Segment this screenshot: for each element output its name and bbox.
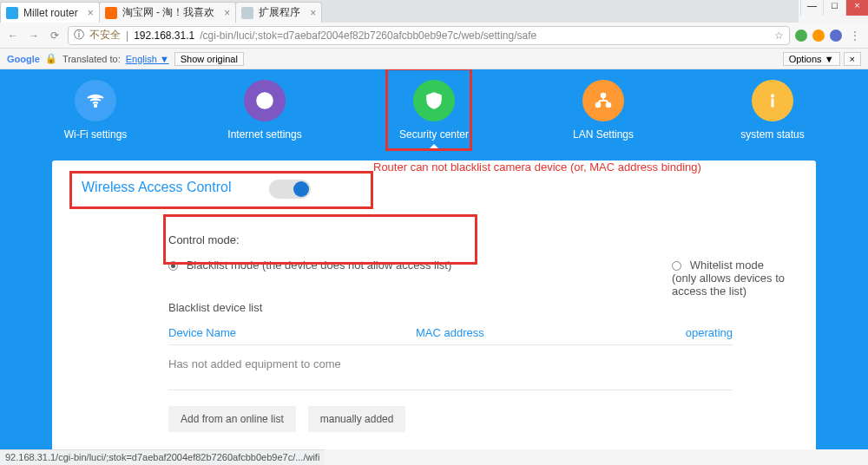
translate-bar: Google 🔒 Translated to: English ▼ Show o…	[0, 49, 868, 69]
status-bar: 92.168.31.1/cgi-bin/luci/;stok=d7aebaf20…	[0, 449, 325, 465]
section-title: Wireless Access Control	[82, 180, 232, 194]
close-icon[interactable]: ×	[224, 7, 230, 19]
col-device-name: Device Name	[168, 326, 416, 339]
info-icon	[752, 80, 793, 121]
shield-icon	[413, 80, 455, 121]
col-operating: operating	[663, 326, 733, 339]
svg-point-0	[95, 105, 96, 107]
browser-toolbar: ← → ⟳ ⓘ 不安全 | 192.168.31.1/cgi-bin/luci/…	[0, 23, 868, 49]
nav-system-status[interactable]: system status	[725, 75, 820, 160]
tab-label: Millet router	[23, 7, 78, 19]
empty-state: Has not added equipment to come	[168, 357, 733, 390]
nav-selected-indicator	[427, 144, 441, 151]
blacklist-radio[interactable]	[168, 261, 178, 271]
svg-point-2	[432, 98, 437, 102]
back-button[interactable]: ←	[5, 29, 21, 42]
bookmark-icon[interactable]: ☆	[774, 29, 784, 42]
lock-icon: 🔒	[45, 53, 57, 64]
translate-label: Translated to:	[62, 54, 121, 64]
whitelist-radio[interactable]	[672, 261, 681, 271]
show-original-button[interactable]: Show original	[174, 52, 244, 66]
table-header: Device Name MAC address operating	[168, 326, 733, 345]
nav-label: Internet settings	[217, 128, 312, 141]
close-icon[interactable]: ×	[88, 7, 94, 19]
globe-icon	[244, 80, 286, 121]
insecure-label: 不安全	[89, 28, 121, 43]
nav-label: system status	[725, 128, 820, 141]
translate-options-button[interactable]: Options ▼	[783, 52, 840, 66]
svg-point-4	[596, 103, 601, 108]
nav-lan-settings[interactable]: LAN Settings	[556, 75, 651, 160]
svg-point-3	[602, 94, 606, 98]
window-close[interactable]: ×	[845, 0, 868, 16]
svg-point-6	[771, 95, 773, 97]
nav-label: LAN Settings	[556, 128, 651, 141]
url-path: /cgi-bin/luci/;stok=d7aebaf2004ef82b7260…	[200, 29, 536, 42]
extension-icon[interactable]	[795, 29, 807, 42]
content-card: Router can not blacklist camera device (…	[52, 160, 816, 449]
menu-icon[interactable]: ⋮	[847, 29, 863, 42]
control-mode-label: Control mode:	[168, 233, 786, 246]
tab-label: 淘宝网 - 淘！我喜欢	[122, 5, 215, 20]
wifi-icon	[75, 80, 116, 121]
svg-point-5	[607, 103, 611, 108]
tab-millet-router[interactable]: Millet router ×	[0, 2, 100, 23]
google-logo: Google	[7, 54, 40, 64]
extension-icon[interactable]	[812, 29, 825, 42]
url-host: 192.168.31.1	[134, 29, 194, 42]
nav-security-center[interactable]: Security center	[386, 75, 482, 160]
svg-rect-7	[772, 99, 773, 107]
browser-tabbar: Millet router × 淘宝网 - 淘！我喜欢 × 扩展程序 ×	[0, 0, 799, 23]
nav-wifi-settings[interactable]: Wi-Fi settings	[48, 75, 143, 160]
close-icon[interactable]: ×	[310, 7, 316, 19]
info-icon: ⓘ	[74, 28, 84, 43]
tab-taobao[interactable]: 淘宝网 - 淘！我喜欢 ×	[99, 2, 237, 23]
access-control-toggle[interactable]	[269, 180, 311, 199]
reload-button[interactable]: ⟳	[47, 29, 62, 42]
nav-label: Security center	[386, 128, 482, 141]
add-manual-button[interactable]: manually added	[308, 406, 406, 432]
favicon-icon	[6, 7, 18, 19]
translate-language[interactable]: English ▼	[126, 54, 169, 64]
nav-label: Wi-Fi settings	[48, 128, 143, 141]
network-icon	[582, 80, 624, 121]
col-mac-address: MAC address	[416, 326, 663, 339]
forward-button[interactable]: →	[26, 29, 42, 42]
window-max[interactable]: □	[823, 0, 845, 16]
favicon-icon	[241, 7, 253, 19]
whitelist-option-label: Whitelist mode (only allows devices to a…	[672, 259, 785, 298]
nav-internet-settings[interactable]: Internet settings	[217, 75, 312, 160]
annotation-text: Router can not blacklist camera device (…	[373, 160, 701, 174]
blacklist-option-label: Blacklist mode (the device does not allo…	[187, 259, 452, 272]
tab-extensions[interactable]: 扩展程序 ×	[235, 2, 322, 23]
tab-label: 扩展程序	[259, 5, 300, 20]
list-title: Blacklist device list	[168, 301, 786, 314]
window-min[interactable]: —	[800, 0, 823, 16]
translate-close-button[interactable]: ×	[844, 52, 861, 66]
address-bar[interactable]: ⓘ 不安全 | 192.168.31.1/cgi-bin/luci/;stok=…	[68, 26, 790, 45]
router-topnav: Wi-Fi settings Internet settings Securit…	[0, 69, 868, 160]
add-online-button[interactable]: Add from an online list	[168, 406, 296, 432]
extension-icon[interactable]	[830, 29, 842, 42]
favicon-icon	[105, 7, 117, 19]
